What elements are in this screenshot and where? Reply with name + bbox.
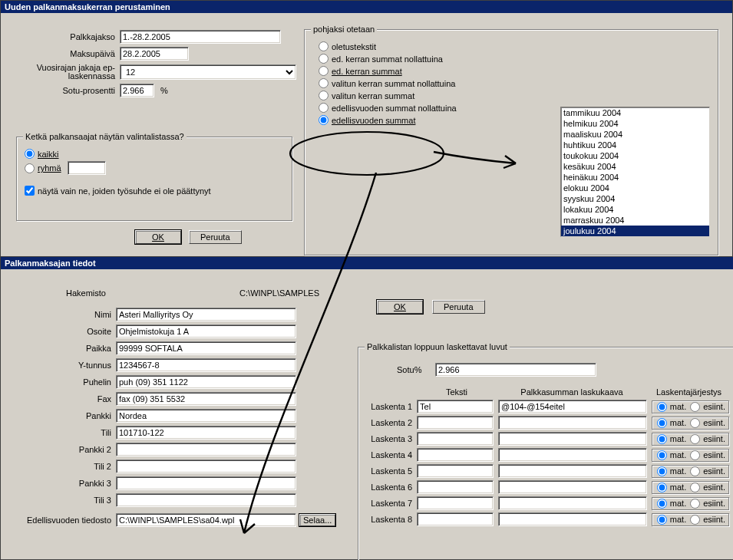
input-kaava-8[interactable] [498,512,647,526]
radio-esiint-7[interactable] [690,499,700,509]
label-tili3: Tili 3 [8,496,116,505]
input-pankki3[interactable] [116,476,296,490]
button-cancel-1[interactable]: Peruuta [189,230,242,244]
radio-esiint-5[interactable] [690,466,700,476]
radio-mat-2[interactable] [657,418,667,428]
radio-mat-8[interactable] [657,515,667,525]
input-kaava-4[interactable] [498,448,647,462]
input-tili2[interactable] [116,460,296,473]
input-kaava-2[interactable] [498,416,647,430]
radio-pohjaksi-5[interactable] [319,103,329,113]
radio-pohjaksi-4[interactable] [319,91,329,100]
input-pankki2[interactable] [116,443,296,456]
input-palkkajakso[interactable] [120,30,281,44]
input-kaava-7[interactable] [498,496,647,510]
list-item-month-9[interactable]: lokakuu 2004 [561,204,709,215]
list-item-month-3[interactable]: huhtikuu 2004 [561,140,709,150]
col-teksti: Teksti [418,387,495,397]
radio-group-jarj-3: mat. esiint. [652,433,729,446]
select-vuosirajan[interactable]: 12 [120,64,296,80]
list-item-month-8[interactable]: syyskuu 2004 [561,193,709,204]
list-item-month-0[interactable]: tammikuu 2004 [561,107,709,118]
list-item-month-5[interactable]: kesäkuu 2004 [561,161,709,172]
radio-esiint-6[interactable] [690,483,700,492]
input-osoite[interactable] [116,324,296,338]
input-sotu2[interactable] [435,363,596,377]
radio-group-jarj-5: mat. esiint. [652,465,729,478]
input-paikka[interactable] [116,341,296,355]
input-maksupaiva[interactable] [120,47,189,61]
label-pankki3: Pankki 3 [8,479,116,488]
list-item-month-6[interactable]: heinäkuu 2004 [561,172,709,183]
input-teksti-4[interactable] [417,448,494,462]
radio-pohjaksi-2[interactable] [319,66,329,76]
button-ok-1[interactable]: OK [135,230,181,244]
list-item-month-1[interactable]: helmikuu 2004 [561,118,709,129]
radio-esiint-2[interactable] [690,418,700,428]
list-item-month-4[interactable]: toukokuu 2004 [561,150,709,161]
group-pohjaksi: pohjaksi otetaan oletustekstited. kerran… [304,29,718,255]
radio-esiint-1[interactable] [690,402,700,412]
input-teksti-3[interactable] [417,432,494,446]
input-tili[interactable] [116,426,296,440]
label-pohjaksi-1: ed. kerran summat nollattuina [332,54,443,64]
label-naytavain: näytä vain ne, joiden työsuhde ei ole pä… [38,186,211,196]
check-naytavain[interactable] [25,186,35,196]
input-teksti-1[interactable] [417,400,494,413]
radio-ryhma[interactable] [25,163,35,173]
list-item-month-7[interactable]: elokuu 2004 [561,183,709,193]
radio-pohjaksi-3[interactable] [319,78,329,88]
input-fax[interactable] [116,392,296,406]
radio-pohjaksi-1[interactable] [319,54,329,64]
input-teksti-5[interactable] [417,464,494,478]
input-teksti-2[interactable] [417,416,494,430]
input-kaava-3[interactable] [498,432,647,446]
label-laskenta-6: Laskenta 6 [366,483,412,492]
group-palkkalista-title: Palkkalistan loppuun laskettavat luvut [365,342,510,351]
listbox-months[interactable]: tammikuu 2004helmikuu 2004maaliskuu 2004… [560,107,710,237]
radio-kaikki[interactable] [25,149,35,159]
input-kaava-6[interactable] [498,480,647,494]
radio-pohjaksi-6[interactable] [319,115,329,125]
button-cancel-2[interactable]: Peruuta [432,300,485,314]
label-puhelin: Puhelin [8,377,116,387]
label-ytunnus: Y-tunnus [8,361,116,370]
radio-mat-1[interactable] [657,402,667,412]
list-item-month-11[interactable]: joulukuu 2004 [561,226,709,236]
label-sotu2: Sotu% [397,365,435,374]
radio-group-jarj-1: mat. esiint. [652,400,729,413]
list-item-month-10[interactable]: marraskuu 2004 [561,215,709,226]
input-ytunnus[interactable] [116,358,296,372]
input-puhelin[interactable] [116,375,296,389]
input-teksti-6[interactable] [417,480,494,494]
radio-mat-7[interactable] [657,499,667,509]
radio-pohjaksi-0[interactable] [319,41,329,51]
input-edellis[interactable] [116,513,296,527]
radio-group-jarj-8: mat. esiint. [652,513,729,526]
input-sotu[interactable] [120,84,154,97]
input-teksti-8[interactable] [417,512,494,526]
button-ok-2[interactable]: OK [377,300,423,314]
radio-group-jarj-4: mat. esiint. [652,449,729,462]
label-laskenta-8: Laskenta 8 [366,515,412,524]
button-selaa[interactable]: Selaa... [299,514,335,526]
radio-mat-5[interactable] [657,466,667,476]
radio-group-jarj-7: mat. esiint. [652,497,729,510]
radio-mat-4[interactable] [657,450,667,460]
label-pohjaksi-2: ed. kerran summat [332,67,402,76]
input-kaava-5[interactable] [498,464,647,478]
radio-esiint-8[interactable] [690,515,700,525]
radio-esiint-3[interactable] [690,434,700,444]
radio-group-jarj-6: mat. esiint. [652,481,729,494]
input-kaava-1[interactable] [498,400,647,413]
radio-mat-6[interactable] [657,483,667,492]
input-nimi[interactable] [116,308,296,321]
input-tili3[interactable] [116,493,296,507]
radio-esiint-4[interactable] [690,450,700,460]
group-who: Ketkä palkansaajat näytän valintalistass… [16,137,292,221]
list-item-month-2[interactable]: maaliskuu 2004 [561,129,709,140]
input-ryhma[interactable] [68,161,106,175]
radio-mat-3[interactable] [657,434,667,444]
input-teksti-7[interactable] [417,496,494,510]
input-pankki[interactable] [116,409,296,423]
